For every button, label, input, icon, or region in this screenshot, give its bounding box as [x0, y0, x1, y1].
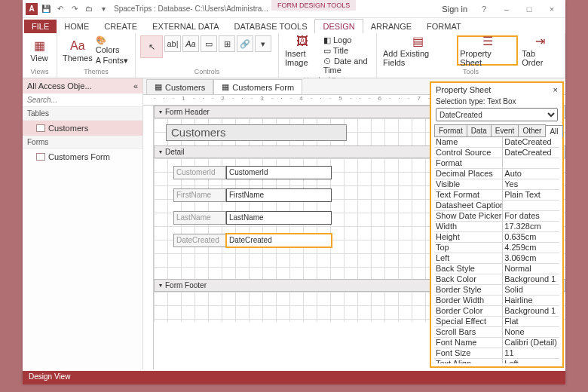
- document-tab[interactable]: ▦Customers: [146, 79, 213, 94]
- property-row[interactable]: Left3.069cm: [434, 253, 559, 264]
- property-row[interactable]: VisibleYes: [434, 179, 559, 190]
- property-value[interactable]: For dates: [503, 211, 559, 221]
- property-value[interactable]: DateCreated: [503, 137, 559, 147]
- property-value[interactable]: Calibri (Detail): [503, 338, 559, 348]
- undo-icon[interactable]: ↶: [54, 3, 66, 15]
- nav-item[interactable]: Customers: [23, 121, 142, 136]
- property-value[interactable]: Plain Text: [503, 190, 559, 200]
- property-row[interactable]: Back ColorBackground 1: [434, 274, 559, 285]
- view-button[interactable]: ▦View: [27, 35, 51, 66]
- field-label[interactable]: FirstName: [173, 188, 226, 202]
- field-label[interactable]: LastName: [173, 211, 226, 225]
- qat-customize-icon[interactable]: ▾: [97, 3, 109, 15]
- property-value[interactable]: DateCreated: [503, 148, 559, 158]
- textbox-control[interactable]: ab|: [164, 35, 181, 52]
- form-field[interactable]: FirstNameFirstName: [173, 188, 332, 202]
- sign-in-link[interactable]: Sign in: [442, 5, 467, 14]
- property-tab[interactable]: Data: [467, 124, 492, 136]
- property-value[interactable]: Left: [503, 359, 559, 363]
- nav-item[interactable]: Customers Form: [23, 149, 142, 164]
- select-tool[interactable]: ↖: [140, 35, 163, 58]
- property-value[interactable]: [503, 201, 559, 210]
- property-row[interactable]: Border StyleSolid: [434, 285, 559, 296]
- tab-file[interactable]: FILE: [24, 20, 57, 33]
- property-value[interactable]: Normal: [503, 264, 559, 274]
- tab-order-button[interactable]: ⇥Tab Order: [520, 35, 560, 66]
- tab-control[interactable]: ⊞: [219, 35, 235, 52]
- property-row[interactable]: Border ColorBackground 1: [434, 306, 559, 317]
- property-value[interactable]: 3.069cm: [503, 253, 559, 263]
- document-tab[interactable]: ▦Customers Form: [213, 79, 302, 94]
- property-row[interactable]: Font Size11: [434, 348, 559, 359]
- logo-button[interactable]: ◧ Logo: [323, 35, 372, 45]
- more-controls[interactable]: ▾: [255, 35, 271, 52]
- property-row[interactable]: Font NameCalibri (Detail): [434, 338, 559, 348]
- property-row[interactable]: Scroll BarsNone: [434, 327, 559, 338]
- property-value[interactable]: Hairline: [503, 296, 559, 305]
- property-row[interactable]: Width17.328cm: [434, 222, 559, 232]
- property-value[interactable]: Background 1: [503, 306, 559, 316]
- tab-design[interactable]: DESIGN: [314, 19, 363, 33]
- property-value[interactable]: Background 1: [503, 274, 559, 284]
- fonts-button[interactable]: A Fonts▾: [96, 56, 130, 66]
- nav-title[interactable]: All Access Obje...: [27, 81, 92, 90]
- hyperlink-control[interactable]: 🔗: [237, 35, 253, 52]
- property-row[interactable]: NameDateCreated: [434, 137, 559, 148]
- form-field[interactable]: LastNameLastName: [173, 211, 332, 225]
- property-value[interactable]: 4.259cm: [503, 243, 559, 253]
- property-value[interactable]: Flat: [503, 317, 559, 326]
- form-title-label[interactable]: Customers: [166, 124, 347, 141]
- datetime-button[interactable]: ⏲ Date and Time: [323, 57, 372, 75]
- property-row[interactable]: Height0.635cm: [434, 232, 559, 243]
- tab-database-tools[interactable]: DATABASE TOOLS: [226, 20, 314, 33]
- property-row[interactable]: Show Date PickerFor dates: [434, 211, 559, 222]
- nav-section[interactable]: Tables: [23, 107, 142, 121]
- property-value[interactable]: Yes: [503, 179, 559, 189]
- nav-section[interactable]: Forms: [23, 136, 142, 149]
- nav-search-input[interactable]: [23, 93, 142, 107]
- property-tab[interactable]: All: [545, 125, 562, 137]
- themes-button[interactable]: AaThemes: [62, 35, 93, 66]
- property-row[interactable]: Format: [434, 158, 559, 169]
- property-value[interactable]: 11: [503, 348, 559, 358]
- property-row[interactable]: Back StyleNormal: [434, 264, 559, 274]
- property-row[interactable]: Top4.259cm: [434, 243, 559, 253]
- property-row[interactable]: Special EffectFlat: [434, 317, 559, 327]
- property-value[interactable]: [503, 158, 559, 168]
- nav-collapse-icon[interactable]: «: [133, 81, 138, 90]
- title-button[interactable]: ▭ Title: [323, 46, 372, 56]
- colors-button[interactable]: 🎨 Colors: [96, 35, 130, 54]
- form-field[interactable]: DateCreatedDateCreated: [173, 234, 332, 247]
- property-value[interactable]: Solid: [503, 285, 559, 295]
- tab-format[interactable]: FORMAT: [419, 20, 469, 33]
- field-label[interactable]: DateCreated: [173, 234, 226, 247]
- tab-create[interactable]: CREATE: [96, 20, 145, 33]
- property-object-select[interactable]: DateCreated: [436, 108, 558, 121]
- tab-arrange[interactable]: ARRANGE: [363, 20, 419, 33]
- button-control[interactable]: ▭: [201, 35, 217, 52]
- help-button[interactable]: ?: [473, 2, 495, 17]
- tab-home[interactable]: HOME: [57, 20, 96, 33]
- property-value[interactable]: None: [503, 327, 559, 337]
- folder-icon[interactable]: 🗀: [83, 3, 95, 15]
- property-tab[interactable]: Event: [491, 124, 519, 136]
- insert-image-button[interactable]: 🖼Insert Image: [283, 35, 321, 66]
- property-row[interactable]: Datasheet Caption: [434, 201, 559, 211]
- property-tab[interactable]: Other: [518, 124, 546, 136]
- field-textbox[interactable]: FirstName: [226, 188, 332, 202]
- maximize-button[interactable]: □: [519, 2, 540, 17]
- form-field[interactable]: CustomerIdCustomerId: [173, 166, 332, 179]
- field-label[interactable]: CustomerId: [173, 166, 226, 179]
- label-control[interactable]: Aa: [182, 35, 199, 52]
- property-row[interactable]: Text AlignLeft: [434, 359, 559, 363]
- close-button[interactable]: ×: [541, 2, 562, 17]
- add-existing-fields-button[interactable]: ▤Add Existing Fields: [381, 35, 455, 66]
- property-value[interactable]: 0.635cm: [503, 232, 559, 242]
- property-row[interactable]: Decimal PlacesAuto: [434, 169, 559, 179]
- property-row[interactable]: Text FormatPlain Text: [434, 190, 559, 201]
- property-row[interactable]: Border WidthHairline: [434, 296, 559, 306]
- field-textbox[interactable]: CustomerId: [226, 166, 332, 179]
- minimize-button[interactable]: –: [496, 2, 517, 17]
- property-sheet-close-icon[interactable]: ×: [553, 85, 558, 94]
- property-value[interactable]: 17.328cm: [503, 222, 559, 231]
